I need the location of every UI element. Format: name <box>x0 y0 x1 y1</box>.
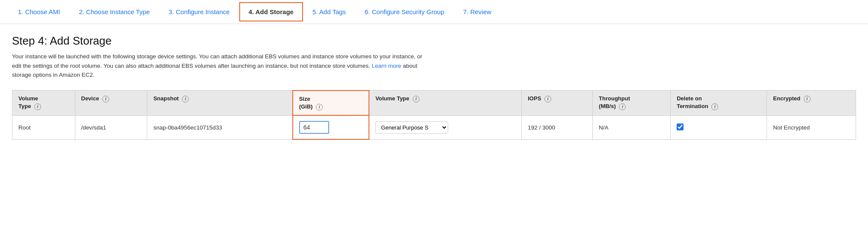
col-header-device: Device i <box>75 90 147 115</box>
description-line2: edit the settings of the root volume. Yo… <box>12 63 370 69</box>
page-description: Your instance will be launched with the … <box>12 52 851 80</box>
snapshot-info-icon[interactable]: i <box>182 96 189 102</box>
volume-type-value: Root <box>18 124 31 131</box>
cell-throughput: N/A <box>593 115 671 139</box>
cell-volume-type: Root <box>12 115 75 139</box>
wizard-nav: 1. Choose AMI 2. Choose Instance Type 3.… <box>0 0 868 24</box>
col-header-delete: Delete onTermination i <box>671 90 767 115</box>
col-header-size: Size(GiB) i <box>293 90 369 115</box>
nav-step-2[interactable]: 2. Choose Instance Type <box>69 1 159 22</box>
page-content: Step 4: Add Storage Your instance will b… <box>0 24 868 148</box>
cell-device: /dev/sda1 <box>75 115 147 139</box>
cell-vol-type: General Purpose S <box>369 115 521 139</box>
col-header-snapshot: Snapshot i <box>147 90 293 115</box>
nav-step-7[interactable]: 7. Review <box>454 1 501 22</box>
iops-info-icon[interactable]: i <box>544 96 551 102</box>
learn-more-link[interactable]: Learn more <box>372 63 401 69</box>
cell-encrypted: Not Encrypted <box>767 115 856 139</box>
nav-step-6[interactable]: 6. Configure Security Group <box>355 1 454 22</box>
cell-snapshot: snap-0ba4956ec10715d33 <box>147 115 293 139</box>
storage-table: VolumeType i Device i Snapshot i Size(Gi… <box>12 90 856 140</box>
size-info-icon[interactable]: i <box>316 104 323 111</box>
table-row: Root /dev/sda1 snap-0ba4956ec10715d33 Ge… <box>12 115 856 139</box>
encrypted-info-icon[interactable]: i <box>804 96 811 102</box>
throughput-info-icon[interactable]: i <box>619 103 626 110</box>
col-header-encrypted: Encrypted i <box>767 90 856 115</box>
device-info-icon[interactable]: i <box>102 96 109 102</box>
cell-iops: 192 / 3000 <box>522 115 593 139</box>
table-header-row: VolumeType i Device i Snapshot i Size(Gi… <box>12 90 856 115</box>
col-header-volume-type2: Volume Type i <box>369 90 521 115</box>
cell-delete <box>671 115 767 139</box>
size-input[interactable] <box>299 121 329 134</box>
col-header-volume-type: VolumeType i <box>12 90 75 115</box>
volume-type2-info-icon[interactable]: i <box>413 96 419 102</box>
nav-step-1[interactable]: 1. Choose AMI <box>9 1 69 22</box>
cell-size <box>293 115 369 139</box>
throughput-value: N/A <box>599 124 609 131</box>
volume-type-info-icon[interactable]: i <box>34 103 41 110</box>
device-value: /dev/sda1 <box>81 124 107 131</box>
delete-on-termination-checkbox[interactable] <box>677 124 684 130</box>
description-line1: Your instance will be launched with the … <box>12 53 422 60</box>
iops-value: 192 / 3000 <box>528 124 555 131</box>
encrypted-value: Not Encrypted <box>773 124 810 131</box>
nav-step-4[interactable]: 4. Add Storage <box>239 2 303 21</box>
col-header-throughput: Throughput(MB/s) i <box>593 90 671 115</box>
description-line4: storage options in Amazon EC2. <box>12 72 95 78</box>
page-title: Step 4: Add Storage <box>12 34 856 48</box>
snapshot-value: snap-0ba4956ec10715d33 <box>153 124 222 131</box>
description-line3: about <box>403 63 417 69</box>
col-header-iops: IOPS i <box>522 90 593 115</box>
nav-step-5[interactable]: 5. Add Tags <box>303 1 355 22</box>
volume-type-select[interactable]: General Purpose S <box>375 121 448 134</box>
delete-info-icon[interactable]: i <box>711 103 718 110</box>
nav-step-3[interactable]: 3. Configure Instance <box>159 1 239 22</box>
